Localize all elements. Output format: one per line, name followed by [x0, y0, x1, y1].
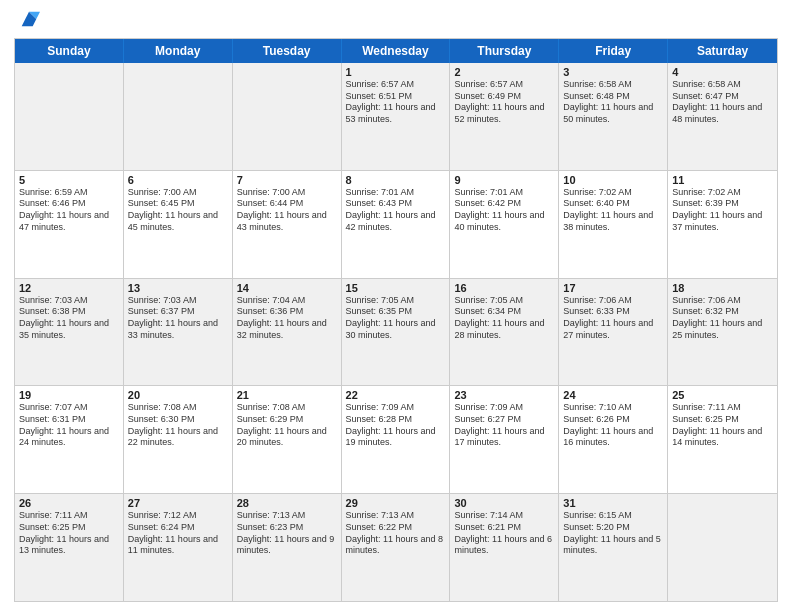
header: [14, 10, 778, 30]
day-number: 30: [454, 497, 554, 509]
day-number: 27: [128, 497, 228, 509]
calendar-cell: 31Sunrise: 6:15 AM Sunset: 5:20 PM Dayli…: [559, 494, 668, 601]
cell-info: Sunrise: 7:01 AM Sunset: 6:42 PM Dayligh…: [454, 187, 554, 234]
day-number: 7: [237, 174, 337, 186]
calendar-cell: 13Sunrise: 7:03 AM Sunset: 6:37 PM Dayli…: [124, 279, 233, 386]
calendar-cell: 14Sunrise: 7:04 AM Sunset: 6:36 PM Dayli…: [233, 279, 342, 386]
cell-info: Sunrise: 6:57 AM Sunset: 6:49 PM Dayligh…: [454, 79, 554, 126]
header-day-saturday: Saturday: [668, 39, 777, 63]
cell-info: Sunrise: 7:12 AM Sunset: 6:24 PM Dayligh…: [128, 510, 228, 557]
calendar-cell: 10Sunrise: 7:02 AM Sunset: 6:40 PM Dayli…: [559, 171, 668, 278]
calendar-cell: 30Sunrise: 7:14 AM Sunset: 6:21 PM Dayli…: [450, 494, 559, 601]
cell-info: Sunrise: 7:06 AM Sunset: 6:32 PM Dayligh…: [672, 295, 773, 342]
cell-info: Sunrise: 7:02 AM Sunset: 6:39 PM Dayligh…: [672, 187, 773, 234]
day-number: 22: [346, 389, 446, 401]
day-number: 4: [672, 66, 773, 78]
day-number: 6: [128, 174, 228, 186]
header-day-thursday: Thursday: [450, 39, 559, 63]
logo-icon: [18, 8, 40, 30]
calendar-cell: 29Sunrise: 7:13 AM Sunset: 6:22 PM Dayli…: [342, 494, 451, 601]
header-day-sunday: Sunday: [15, 39, 124, 63]
calendar-cell: 8Sunrise: 7:01 AM Sunset: 6:43 PM Daylig…: [342, 171, 451, 278]
day-number: 2: [454, 66, 554, 78]
day-number: 31: [563, 497, 663, 509]
calendar-cell: 12Sunrise: 7:03 AM Sunset: 6:38 PM Dayli…: [15, 279, 124, 386]
cell-info: Sunrise: 6:15 AM Sunset: 5:20 PM Dayligh…: [563, 510, 663, 557]
calendar-row-3: 19Sunrise: 7:07 AM Sunset: 6:31 PM Dayli…: [15, 385, 777, 493]
day-number: 24: [563, 389, 663, 401]
day-number: 20: [128, 389, 228, 401]
calendar-cell: 19Sunrise: 7:07 AM Sunset: 6:31 PM Dayli…: [15, 386, 124, 493]
calendar-cell: 1Sunrise: 6:57 AM Sunset: 6:51 PM Daylig…: [342, 63, 451, 170]
day-number: 18: [672, 282, 773, 294]
calendar-cell: 23Sunrise: 7:09 AM Sunset: 6:27 PM Dayli…: [450, 386, 559, 493]
calendar-cell: 5Sunrise: 6:59 AM Sunset: 6:46 PM Daylig…: [15, 171, 124, 278]
calendar-cell: 26Sunrise: 7:11 AM Sunset: 6:25 PM Dayli…: [15, 494, 124, 601]
day-number: 3: [563, 66, 663, 78]
calendar-cell: 28Sunrise: 7:13 AM Sunset: 6:23 PM Dayli…: [233, 494, 342, 601]
cell-info: Sunrise: 7:11 AM Sunset: 6:25 PM Dayligh…: [672, 402, 773, 449]
day-number: 17: [563, 282, 663, 294]
calendar-cell: 21Sunrise: 7:08 AM Sunset: 6:29 PM Dayli…: [233, 386, 342, 493]
cell-info: Sunrise: 7:13 AM Sunset: 6:23 PM Dayligh…: [237, 510, 337, 557]
day-number: 19: [19, 389, 119, 401]
cell-info: Sunrise: 7:13 AM Sunset: 6:22 PM Dayligh…: [346, 510, 446, 557]
calendar-cell: 16Sunrise: 7:05 AM Sunset: 6:34 PM Dayli…: [450, 279, 559, 386]
day-number: 9: [454, 174, 554, 186]
day-number: 1: [346, 66, 446, 78]
day-number: 25: [672, 389, 773, 401]
cell-info: Sunrise: 7:03 AM Sunset: 6:38 PM Dayligh…: [19, 295, 119, 342]
day-number: 14: [237, 282, 337, 294]
cell-info: Sunrise: 7:08 AM Sunset: 6:30 PM Dayligh…: [128, 402, 228, 449]
header-day-friday: Friday: [559, 39, 668, 63]
calendar-cell: 17Sunrise: 7:06 AM Sunset: 6:33 PM Dayli…: [559, 279, 668, 386]
cell-info: Sunrise: 7:04 AM Sunset: 6:36 PM Dayligh…: [237, 295, 337, 342]
day-number: 28: [237, 497, 337, 509]
cell-info: Sunrise: 7:14 AM Sunset: 6:21 PM Dayligh…: [454, 510, 554, 557]
day-number: 11: [672, 174, 773, 186]
header-day-wednesday: Wednesday: [342, 39, 451, 63]
cell-info: Sunrise: 7:06 AM Sunset: 6:33 PM Dayligh…: [563, 295, 663, 342]
calendar-cell: 4Sunrise: 6:58 AM Sunset: 6:47 PM Daylig…: [668, 63, 777, 170]
day-number: 21: [237, 389, 337, 401]
calendar-cell: 11Sunrise: 7:02 AM Sunset: 6:39 PM Dayli…: [668, 171, 777, 278]
header-day-monday: Monday: [124, 39, 233, 63]
calendar-row-1: 5Sunrise: 6:59 AM Sunset: 6:46 PM Daylig…: [15, 170, 777, 278]
cell-info: Sunrise: 6:57 AM Sunset: 6:51 PM Dayligh…: [346, 79, 446, 126]
cell-info: Sunrise: 7:08 AM Sunset: 6:29 PM Dayligh…: [237, 402, 337, 449]
calendar-cell: [15, 63, 124, 170]
logo: [14, 10, 40, 30]
calendar-row-4: 26Sunrise: 7:11 AM Sunset: 6:25 PM Dayli…: [15, 493, 777, 601]
calendar-cell: 22Sunrise: 7:09 AM Sunset: 6:28 PM Dayli…: [342, 386, 451, 493]
cell-info: Sunrise: 7:07 AM Sunset: 6:31 PM Dayligh…: [19, 402, 119, 449]
calendar-cell: 24Sunrise: 7:10 AM Sunset: 6:26 PM Dayli…: [559, 386, 668, 493]
calendar-cell: 9Sunrise: 7:01 AM Sunset: 6:42 PM Daylig…: [450, 171, 559, 278]
page: SundayMondayTuesdayWednesdayThursdayFrid…: [0, 0, 792, 612]
calendar-cell: [668, 494, 777, 601]
calendar-cell: 27Sunrise: 7:12 AM Sunset: 6:24 PM Dayli…: [124, 494, 233, 601]
day-number: 12: [19, 282, 119, 294]
day-number: 13: [128, 282, 228, 294]
cell-info: Sunrise: 6:58 AM Sunset: 6:47 PM Dayligh…: [672, 79, 773, 126]
day-number: 29: [346, 497, 446, 509]
calendar-cell: 18Sunrise: 7:06 AM Sunset: 6:32 PM Dayli…: [668, 279, 777, 386]
calendar-row-0: 1Sunrise: 6:57 AM Sunset: 6:51 PM Daylig…: [15, 63, 777, 170]
calendar-cell: 20Sunrise: 7:08 AM Sunset: 6:30 PM Dayli…: [124, 386, 233, 493]
day-number: 10: [563, 174, 663, 186]
cell-info: Sunrise: 7:00 AM Sunset: 6:44 PM Dayligh…: [237, 187, 337, 234]
cell-info: Sunrise: 7:11 AM Sunset: 6:25 PM Dayligh…: [19, 510, 119, 557]
cell-info: Sunrise: 7:10 AM Sunset: 6:26 PM Dayligh…: [563, 402, 663, 449]
day-number: 15: [346, 282, 446, 294]
calendar-cell: 25Sunrise: 7:11 AM Sunset: 6:25 PM Dayli…: [668, 386, 777, 493]
calendar-header: SundayMondayTuesdayWednesdayThursdayFrid…: [15, 39, 777, 63]
cell-info: Sunrise: 7:01 AM Sunset: 6:43 PM Dayligh…: [346, 187, 446, 234]
day-number: 8: [346, 174, 446, 186]
calendar-cell: 6Sunrise: 7:00 AM Sunset: 6:45 PM Daylig…: [124, 171, 233, 278]
cell-info: Sunrise: 7:02 AM Sunset: 6:40 PM Dayligh…: [563, 187, 663, 234]
day-number: 16: [454, 282, 554, 294]
cell-info: Sunrise: 6:58 AM Sunset: 6:48 PM Dayligh…: [563, 79, 663, 126]
cell-info: Sunrise: 7:00 AM Sunset: 6:45 PM Dayligh…: [128, 187, 228, 234]
cell-info: Sunrise: 6:59 AM Sunset: 6:46 PM Dayligh…: [19, 187, 119, 234]
day-number: 23: [454, 389, 554, 401]
cell-info: Sunrise: 7:05 AM Sunset: 6:34 PM Dayligh…: [454, 295, 554, 342]
